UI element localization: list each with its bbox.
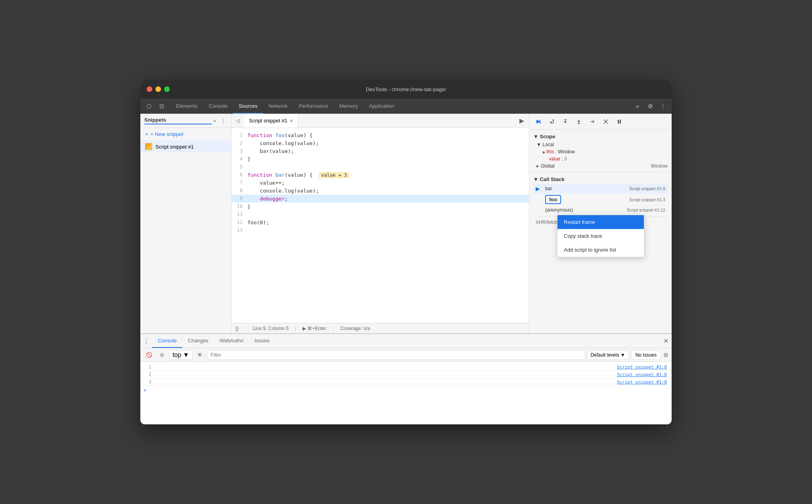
editor-tabs: ◁ Script snippet #1 × ▶ [232, 114, 529, 128]
tab-application[interactable]: Application [364, 99, 400, 114]
new-snippet-label: + New snippet [151, 131, 184, 137]
step-into-btn[interactable] [559, 116, 571, 128]
callstack-arrow-icon: ▶ [536, 185, 542, 192]
sidebar-more-icon[interactable]: » [212, 117, 218, 124]
sidebar-header: Snippets » ⋮ [140, 114, 231, 128]
tab-issues[interactable]: Issues [249, 334, 275, 348]
console-source-2[interactable]: Script snippet #1:8 [617, 372, 672, 377]
scope-header[interactable]: ▼ Scope [533, 132, 668, 141]
tab-memory[interactable]: Memory [334, 99, 364, 114]
more-options-icon[interactable]: ⋮ [657, 101, 668, 112]
callstack-item-foo[interactable]: foo Script snippet #1:3 [533, 193, 668, 206]
context-menu-add-to-ignore-list[interactable]: Add script to ignore list [557, 243, 644, 257]
svg-rect-0 [540, 120, 540, 124]
close-bottom-panel[interactable]: ✕ [660, 334, 672, 348]
code-line-3: 3 bar(value); [232, 147, 529, 155]
tab-console[interactable]: Console [152, 334, 182, 348]
scope-value-item: value : 3 [543, 155, 668, 162]
tab-sources[interactable]: Sources [233, 99, 263, 114]
no-issues-btn[interactable]: No Issues [631, 350, 661, 360]
console-right-controls: Default levels ▼ No Issues ⚙ [587, 350, 668, 360]
console-toolbar: 🚫 ⊘ top ▼ 👁 Default levels ▼ No Issues ⚙ [140, 348, 672, 362]
top-dropdown-icon: ▼ [183, 351, 189, 359]
editor-statusbar: {} | Line 9, Column 5 | ▶ ⌘+Enter | Cove… [232, 323, 529, 333]
eye-icon[interactable]: 👁 [194, 349, 205, 361]
scope-local-header[interactable]: ▼ Local [536, 141, 668, 148]
console-output: 1 Script snippet #1:8 2 Script snippet #… [140, 362, 672, 424]
clear-console-btn[interactable]: 🚫 [144, 349, 155, 361]
console-filter-input[interactable] [207, 350, 585, 360]
callstack-loc-foo: Script snippet #1:3 [629, 197, 665, 202]
code-editor[interactable]: 1 function foo(value) { 2 console.log(va… [232, 128, 529, 323]
pause-on-exceptions-btn[interactable] [613, 116, 625, 128]
editor-run-btn[interactable]: ▶ [515, 114, 529, 128]
step-out-btn[interactable] [573, 116, 585, 128]
scope-title: ▼ Scope [533, 134, 555, 139]
tab-changes[interactable]: Changes [182, 334, 214, 348]
callstack-header[interactable]: ▼ Call Stack [533, 175, 668, 184]
run-snippet-btn[interactable]: ▶ ⌘+Enter [303, 326, 326, 331]
context-menu-copy-stack-trace[interactable]: Copy stack trace [557, 229, 644, 243]
left-sidebar: Snippets » ⋮ + + New snippet Script snip… [140, 114, 232, 333]
context-menu-restart-frame[interactable]: Restart frame [557, 215, 644, 229]
sidebar-icons: » ⋮ [212, 117, 227, 124]
console-row-3: 3 Script snippet #1:8 [140, 378, 672, 386]
maximize-button[interactable] [164, 86, 170, 92]
right-panel: ▼ Scope ▼ Local ▶ this : Window value [529, 114, 672, 333]
devtools-icons: ⬡ ⊡ [144, 99, 167, 114]
console-prompt: > [140, 386, 672, 395]
deactivate-breakpoints-btn[interactable] [600, 116, 612, 128]
code-line-13: 13 [232, 226, 529, 234]
scope-global-header[interactable]: ▶ Global Window [536, 162, 668, 170]
resume-btn[interactable] [532, 116, 544, 128]
sidebar-title: Snippets [144, 117, 212, 124]
code-line-12: 12 foo(0); [232, 218, 529, 226]
code-line-11: 11 [232, 210, 529, 218]
scope-section: ▼ Scope ▼ Local ▶ this : Window value [529, 130, 672, 172]
step-btn[interactable] [586, 116, 598, 128]
settings-icon[interactable]: ⚙ [645, 101, 656, 112]
sidebar-menu-icon[interactable]: ⋮ [219, 117, 227, 124]
minimize-button[interactable] [155, 86, 161, 92]
tab-console[interactable]: Console [203, 99, 233, 114]
snippet-item[interactable]: Script snippet #1 [140, 141, 231, 153]
tab-elements[interactable]: Elements [170, 99, 203, 114]
scope-global-label: Global [541, 163, 555, 169]
more-tabs-icon[interactable]: » [632, 101, 643, 112]
cursor-icon[interactable]: ⬡ [144, 101, 155, 112]
close-button[interactable] [147, 86, 152, 92]
top-label: top [172, 351, 181, 359]
console-source-3[interactable]: Script snippet #1:8 [617, 380, 672, 385]
tab-network[interactable]: Network [263, 99, 293, 114]
bottom-more-btn[interactable]: ⋮ [140, 334, 152, 348]
editor-tab-active[interactable]: Script snippet #1 × [244, 114, 298, 128]
format-btn[interactable]: {} [236, 326, 239, 331]
svg-rect-2 [620, 120, 621, 124]
code-line-7: 7 value++; [232, 179, 529, 187]
scope-value: 3 [564, 156, 567, 162]
snippet-name: Script snippet #1 [155, 144, 194, 150]
device-icon[interactable]: ⊡ [156, 101, 167, 112]
console-source-1[interactable]: Script snippet #1:8 [617, 365, 672, 370]
snippet-file-icon [145, 143, 152, 150]
title-bar: DevTools - chrome://new-tab-page/ [140, 80, 672, 99]
scope-this-item[interactable]: ▶ this : Window [543, 148, 668, 155]
step-over-btn[interactable] [546, 116, 558, 128]
callstack-item-bar[interactable]: ▶ bar Script snippet #1:9 [533, 184, 668, 193]
default-levels-btn[interactable]: Default levels ▼ [587, 350, 628, 360]
tab-performance[interactable]: Performance [293, 99, 333, 114]
editor-tab-name: Script snippet #1 [249, 118, 287, 124]
editor-tab-close[interactable]: × [290, 118, 293, 124]
callstack-item-anon[interactable]: (anonymous) Script snippet #1:12 [533, 206, 668, 214]
filter-console-btn[interactable]: ⊘ [156, 349, 167, 361]
callstack-section: ▼ Call Stack ▶ bar Script snippet #1:9 f… [529, 172, 672, 229]
main-content: Snippets » ⋮ + + New snippet Script snip… [140, 114, 672, 333]
tab-webauthn[interactable]: WebAuthn [214, 334, 249, 348]
top-selector[interactable]: top ▼ [169, 350, 193, 360]
editor-area: ◁ Script snippet #1 × ▶ 1 function foo(v… [232, 114, 529, 333]
editor-nav-back[interactable]: ◁ [232, 114, 244, 128]
bottom-panel: ⋮ Console Changes WebAuthn Issues ✕ 🚫 ⊘ … [140, 333, 672, 424]
console-settings-icon[interactable]: ⚙ [663, 352, 668, 358]
new-snippet-button[interactable]: + + New snippet [140, 128, 231, 141]
context-menu: Restart frame Copy stack trace Add scrip… [557, 215, 644, 257]
